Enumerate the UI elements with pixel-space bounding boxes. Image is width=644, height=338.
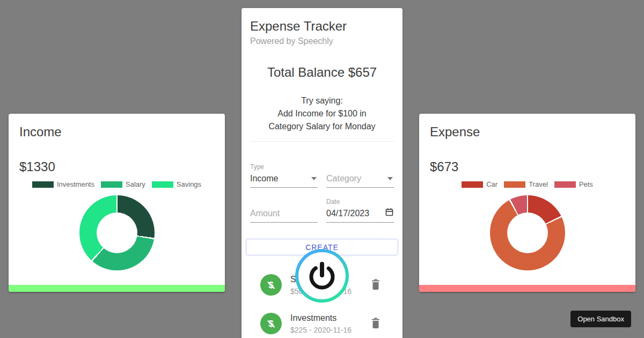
legend-item-salary[interactable]: Salary: [101, 180, 145, 188]
legend-swatch: [32, 181, 54, 188]
voice-hint: Try saying: Add Income for $100 in Categ…: [250, 94, 394, 133]
legend-label: Savings: [177, 180, 201, 188]
money-off-icon: $: [260, 313, 282, 334]
trash-icon: [371, 322, 380, 330]
legend-label: Salary: [126, 180, 145, 188]
app-title: Expense Tracker: [250, 19, 394, 34]
open-sandbox-button[interactable]: Open Sandbox: [570, 311, 631, 327]
calendar-icon: [385, 208, 394, 219]
date-input[interactable]: 04/17/2023: [326, 208, 394, 223]
expense-legend: CarTravelPets: [419, 181, 635, 188]
date-field: Date 04/17/2023: [326, 198, 394, 223]
date-label: Date: [326, 198, 394, 205]
income-donut-chart[interactable]: [79, 195, 155, 270]
legend-item-car[interactable]: Car: [462, 180, 497, 188]
divider: [250, 141, 394, 142]
transaction-form: Type Income Category Date 04/17/2023: [250, 163, 394, 223]
voice-hint-line1: Try saying:: [250, 94, 394, 107]
expense-card: Expense $673 CarTravelPets: [419, 114, 635, 292]
category-select[interactable]: Category: [326, 173, 394, 188]
transaction-text: Investments $225 - 2020-11-16: [290, 313, 369, 335]
chevron-down-icon: [311, 177, 317, 180]
expense-card-title: Expense: [430, 124, 635, 139]
amount-field: [250, 208, 318, 223]
amount-input-wrap: [250, 208, 318, 223]
transaction-row: $ Investments $225 - 2020-11-16: [250, 304, 394, 338]
type-field: Type Income: [250, 163, 318, 188]
trash-icon: [371, 284, 380, 292]
transaction-category: Investments: [290, 313, 369, 324]
legend-swatch: [554, 181, 576, 188]
type-label: Type: [250, 163, 318, 171]
legend-swatch: [152, 181, 173, 188]
delete-transaction-button[interactable]: [369, 276, 383, 294]
total-balance: Total Balance $657: [250, 65, 394, 80]
legend-item-travel[interactable]: Travel: [504, 180, 548, 188]
expense-donut-chart[interactable]: [490, 195, 565, 270]
category-field: Category: [326, 173, 394, 188]
legend-label: Pets: [579, 180, 593, 188]
type-select-value: Income: [250, 174, 278, 183]
type-select[interactable]: Income: [250, 173, 318, 188]
legend-item-pets[interactable]: Pets: [554, 180, 593, 188]
income-legend: InvestmentsSalarySavings: [9, 181, 225, 188]
category-select-placeholder: Category: [326, 174, 361, 183]
transaction-details: $225 - 2020-11-16: [290, 326, 369, 335]
expense-accent-bar: [419, 285, 635, 292]
income-card-title: Income: [19, 124, 225, 139]
app-subtitle: Powered by Speechly: [250, 35, 394, 47]
push-to-talk-button[interactable]: [295, 249, 349, 303]
amount-input[interactable]: [250, 209, 318, 218]
voice-hint-line3: Category Salary for Monday: [250, 120, 394, 133]
legend-swatch: [101, 181, 122, 188]
income-card: Income $1330 InvestmentsSalarySavings: [9, 114, 225, 292]
legend-swatch: [504, 181, 525, 188]
legend-label: Travel: [529, 180, 548, 188]
delete-transaction-button[interactable]: [369, 315, 383, 333]
legend-item-investments[interactable]: Investments: [32, 180, 94, 188]
power-icon: [307, 260, 337, 292]
income-total: $1330: [19, 159, 225, 174]
legend-label: Investments: [57, 180, 94, 188]
voice-hint-line2: Add Income for $100 in: [250, 107, 394, 120]
legend-label: Car: [486, 180, 497, 188]
legend-item-savings[interactable]: Savings: [152, 180, 201, 188]
chevron-down-icon: [387, 177, 393, 180]
expense-total: $673: [430, 159, 635, 174]
money-off-icon: $: [260, 274, 282, 296]
legend-swatch: [462, 181, 483, 188]
income-accent-bar: [9, 285, 225, 292]
date-input-value: 04/17/2023: [326, 209, 369, 218]
